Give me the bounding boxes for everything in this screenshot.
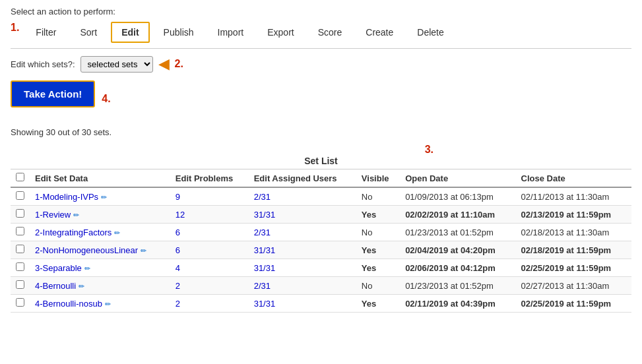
row-set-name: 3-Separable✏ [30,259,170,277]
col-header-checkbox [11,169,30,188]
set-name-link[interactable]: 1-Review [35,210,71,220]
problems-link[interactable]: 6 [176,228,180,237]
col-header-set-data: Edit Set Data [30,169,170,188]
row-open-date: 02/06/2019 at 04:12pm [400,259,515,277]
score-button[interactable]: Score [308,22,352,42]
row-problems: 6 [170,224,249,241]
row-set-name: 4-Bernoulli✏ [30,277,170,295]
row-checkbox[interactable] [16,262,24,271]
create-button[interactable]: Create [356,22,403,42]
row-set-name: 1-Review✏ [30,206,170,224]
row-checkbox[interactable] [16,245,24,253]
row-open-date: 01/09/2013 at 06:13pm [400,187,515,206]
edit-pencil-icon[interactable]: ✏ [105,300,111,308]
problems-link[interactable]: 4 [176,263,180,273]
edit-pencil-icon[interactable]: ✏ [84,264,90,272]
table-row: 3-Separable✏431/31Yes02/06/2019 at 04:12… [11,259,631,277]
col-header-visible: Visible [356,169,400,188]
row-close-date: 02/25/2019 at 11:59pm [516,295,631,313]
row-visible: Yes [356,241,400,259]
row-visible: No [356,277,400,295]
row-problems: 6 [170,241,249,259]
edit-which-select[interactable]: selected sets all sets [80,56,153,73]
row-checkbox[interactable] [16,209,24,218]
col-header-open-date: Open Date [400,169,515,188]
select-all-checkbox[interactable] [16,173,24,181]
export-button[interactable]: Export [257,22,304,42]
table-row: 1-Review✏1231/31Yes02/02/2019 at 11:10am… [11,206,631,224]
row-close-date: 02/13/2019 at 11:59pm [516,206,631,224]
row-open-date: 02/02/2019 at 11:10am [400,206,515,224]
edit-pencil-icon[interactable]: ✏ [79,282,84,290]
delete-button[interactable]: Delete [407,22,453,42]
row-close-date: 02/27/2013 at 11:30am [516,277,631,295]
edit-which-row: Edit which sets?: selected sets all sets… [11,55,631,73]
row-close-date: 02/18/2013 at 11:30am [516,224,631,241]
row-checkbox[interactable] [16,227,24,235]
edit-button[interactable]: Edit [111,22,149,43]
row-assigned-users: 31/31 [249,241,356,259]
edit-which-label: Edit which sets?: [11,59,75,69]
import-button[interactable]: Import [208,22,254,42]
take-action-button[interactable]: Take Action! [11,80,95,107]
col-header-problems: Edit Problems [170,169,249,188]
assigned-users-link[interactable]: 2/31 [254,228,271,237]
row-set-name: 4-Bernoulli-nosub✏ [30,295,170,313]
problems-link[interactable]: 6 [176,245,180,255]
problems-link[interactable]: 9 [176,192,180,202]
row-open-date: 02/04/2019 at 04:20pm [400,241,515,259]
table-row: 4-Bernoulli✏22/31No01/23/2013 at 01:52pm… [11,277,631,295]
assigned-users-link[interactable]: 2/31 [254,192,271,202]
row-problems: 4 [170,259,249,277]
row-assigned-users: 2/31 [249,187,356,206]
step4-label: 4. [102,93,110,105]
assigned-users-link[interactable]: 31/31 [254,210,276,220]
page-container: Select an action to perform: 1. Filter S… [0,0,642,319]
problems-link[interactable]: 2 [176,281,180,291]
row-assigned-users: 31/31 [249,259,356,277]
row-close-date: 02/18/2019 at 11:59pm [516,241,631,259]
action-buttons-bar: Filter Sort Edit Publish Import Export S… [26,22,453,43]
assigned-users-link[interactable]: 31/31 [254,263,276,273]
row-close-date: 02/25/2019 at 11:59pm [516,259,631,277]
problems-link[interactable]: 2 [176,299,180,309]
set-list-title: Set List [11,156,631,166]
row-visible: Yes [356,295,400,313]
publish-button[interactable]: Publish [154,22,204,42]
row-assigned-users: 2/31 [249,277,356,295]
table-row: 1-Modeling-IVPs✏92/31No01/09/2013 at 06:… [11,187,631,206]
row-open-date: 02/11/2019 at 04:39pm [400,295,515,313]
col-header-assigned-users: Edit Assigned Users [249,169,356,188]
row-checkbox[interactable] [16,298,24,307]
set-name-link[interactable]: 1-Modeling-IVPs [35,192,98,202]
set-name-link[interactable]: 4-Bernoulli [35,281,76,291]
step2-arrow: ◀ [158,55,170,73]
edit-pencil-icon[interactable]: ✏ [114,229,120,237]
row-visible: No [356,187,400,206]
row-assigned-users: 31/31 [249,206,356,224]
edit-pencil-icon[interactable]: ✏ [101,193,107,201]
set-name-link[interactable]: 3-Separable [35,263,82,273]
edit-pencil-icon[interactable]: ✏ [73,211,79,219]
assigned-users-link[interactable]: 2/31 [254,281,271,291]
filter-button[interactable]: Filter [26,22,66,42]
assigned-users-link[interactable]: 31/31 [254,245,276,255]
table-row: 2-IntegratingFactors✏62/31No01/23/2013 a… [11,224,631,241]
sort-button[interactable]: Sort [70,22,107,42]
row-checkbox[interactable] [16,280,24,289]
set-name-link[interactable]: 2-IntegratingFactors [35,228,112,237]
row-problems: 2 [170,277,249,295]
row-close-date: 02/11/2013 at 11:30am [516,187,631,206]
step2-label: 2. [175,58,183,70]
edit-pencil-icon[interactable]: ✏ [141,247,146,255]
table-row: 4-Bernoulli-nosub✏231/31Yes02/11/2019 at… [11,295,631,313]
set-name-link[interactable]: 4-Bernoulli-nosub [35,299,102,309]
step1-label: 1. [11,22,19,34]
row-open-date: 01/23/2013 at 01:52pm [400,277,515,295]
row-checkbox[interactable] [16,191,24,200]
problems-link[interactable]: 12 [176,210,185,220]
set-name-link[interactable]: 2-NonHomogeneousLinear [35,245,138,255]
showing-text: Showing 30 out of 30 sets. [11,127,631,137]
row-set-name: 2-IntegratingFactors✏ [30,224,170,241]
assigned-users-link[interactable]: 31/31 [254,299,276,309]
